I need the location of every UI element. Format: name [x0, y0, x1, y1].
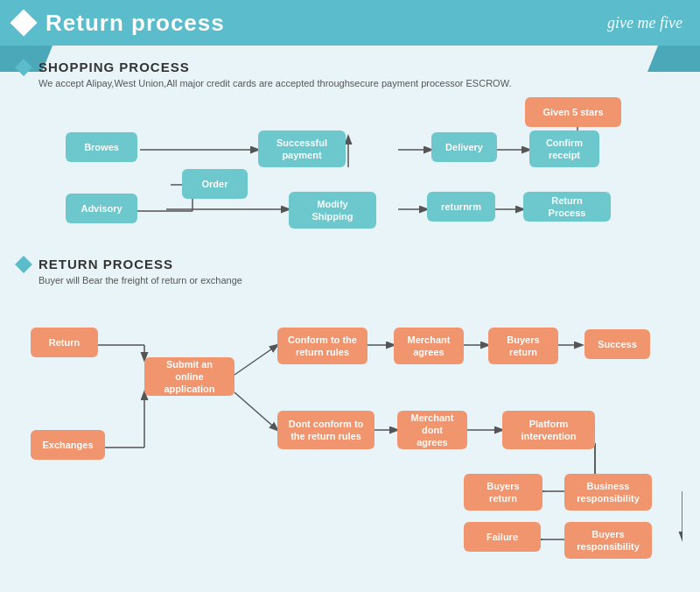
- node-dont-conform: Dont conform to the return rules: [277, 411, 374, 449]
- node-submit-online: Submit an online application: [144, 357, 234, 396]
- node-business-resp: Business responsibility: [564, 474, 652, 511]
- node-returnrm: returnrm: [427, 192, 495, 222]
- shopping-diamond: [15, 59, 32, 76]
- node-buyers-return1: Buyers return: [488, 328, 558, 364]
- brand-text: give me five: [607, 14, 682, 32]
- node-conform-rules: Conform to the return rules: [277, 328, 368, 364]
- return-title: RETURN PROCESS: [38, 257, 173, 271]
- svg-line-16: [234, 392, 277, 430]
- node-modify-shipping: Modify Shipping: [289, 192, 376, 229]
- header-diamond: [10, 9, 37, 36]
- node-delivery: Delivery: [431, 132, 497, 162]
- return-flow: Return Exchanges Submit an online applic…: [18, 294, 682, 566]
- shopping-desc: We accept Alipay,West Union,All major cr…: [38, 78, 682, 88]
- node-advisory: Advisory: [66, 194, 137, 223]
- shopping-title: SHOPPING PROCESS: [38, 60, 190, 74]
- header: Return process give me five: [0, 0, 700, 46]
- node-return: Return: [31, 328, 98, 357]
- page-title: Return process: [46, 10, 225, 37]
- shopping-section-header: SHOPPING PROCESS: [18, 60, 682, 74]
- node-given5stars: Given 5 stars: [525, 97, 621, 127]
- node-success: Success: [584, 329, 650, 359]
- svg-line-15: [234, 345, 277, 375]
- node-return-process: Return Process: [523, 192, 611, 222]
- node-failure: Failure: [464, 522, 541, 552]
- shopping-flow: Given 5 stars Successful payment Browes …: [18, 97, 682, 255]
- node-order: Order: [182, 169, 248, 199]
- node-successful-payment: Successful payment: [258, 130, 346, 167]
- node-browes: Browes: [66, 132, 137, 162]
- node-platform: Platform intervention: [502, 411, 595, 449]
- return-diamond: [15, 256, 32, 273]
- node-confirm-receipt: Confirm receipt: [529, 130, 599, 167]
- node-exchanges: Exchanges: [31, 430, 105, 460]
- return-section-header: RETURN PROCESS: [18, 257, 682, 271]
- return-desc: Buyer will Bear the freight of return or…: [38, 275, 682, 285]
- node-merchant-dont: Merchant dont agrees: [397, 411, 467, 449]
- node-buyers-resp: Buyers responsibility: [564, 522, 652, 559]
- node-merchant-agrees: Merchant agrees: [394, 328, 464, 364]
- node-buyers-return2: Buyers return: [464, 474, 542, 511]
